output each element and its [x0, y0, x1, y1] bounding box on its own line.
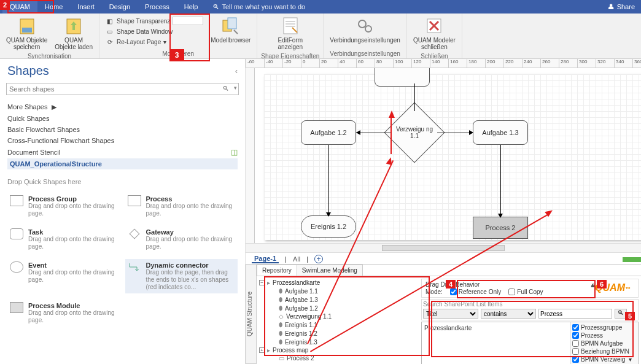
search-field-select[interactable]: Titel	[423, 309, 478, 319]
shape-dynamic-connector[interactable]: Dynamic connectorDrag onto the page, the…	[125, 259, 238, 293]
editform-button[interactable]: EditForm anzeigen	[274, 15, 307, 52]
reference-only-checkbox[interactable]: Reference Only	[450, 288, 501, 295]
data-window-icon: ▭	[106, 27, 114, 36]
quam-logo: ❝QUAM™	[589, 282, 631, 293]
data-window-label: Shape Data Window	[117, 28, 173, 35]
process-module-icon	[10, 302, 23, 313]
more-shapes-row[interactable]: More Shapes ▶	[7, 101, 238, 113]
folder-icon: ▸	[267, 347, 270, 354]
ribbon-tab-process[interactable]: Process	[138, 0, 177, 14]
node-task-1-3[interactable]: Aufgabe 1.3	[473, 120, 528, 145]
ribbon-tab-insert[interactable]: Insert	[70, 0, 102, 14]
expander-icon[interactable]: +	[259, 347, 265, 353]
quam-objects-save-button[interactable]: QUAM Objekte speichern	[4, 15, 50, 52]
node-process-2[interactable]: Process 2	[473, 217, 528, 239]
node-gateway[interactable]: Verzweigu ng 1.1	[393, 111, 436, 154]
shape-process-group[interactable]: Process GroupDrag and drop onto the draw…	[7, 193, 120, 220]
model-group-label: Modellieren	[162, 49, 194, 58]
arrow-icon	[469, 130, 473, 135]
modellbrowser-icon	[221, 16, 241, 36]
verbindung-button[interactable]: Verbindungseinstellungen	[327, 15, 403, 45]
repository-tree[interactable]: −▸Prozesslandkarte ⬮Aufgabe 1.1 ⬮Aufgabe…	[259, 279, 419, 364]
drawing-page[interactable]: Verzweigu ng 1.1 Aufgabe 1.2 Aufgabe 1.3…	[264, 74, 641, 240]
load-label: QUAM Objekte laden	[55, 37, 93, 50]
svg-rect-4	[228, 18, 236, 29]
load-icon	[64, 16, 84, 36]
shape-task[interactable]: TaskDrag and drop onto the drawing page.	[7, 226, 120, 253]
gateway-icon	[128, 228, 141, 239]
subtab-swimlane[interactable]: SwimLane Modeling	[297, 265, 363, 276]
shape-process-module[interactable]: Process ModuleDrag and drop onto the dra…	[7, 300, 120, 327]
collapse-icon[interactable]: ‹	[235, 67, 238, 76]
transparenz-input[interactable]	[173, 17, 203, 25]
search-op-select[interactable]: contains	[481, 309, 536, 319]
filter-cb[interactable]	[572, 340, 579, 347]
node-task-1-2[interactable]: Aufgabe 1.2	[301, 120, 356, 145]
shape-transparenz-button[interactable]: ◧ Shape Transparenz	[104, 16, 204, 26]
close-modeler-button[interactable]: QUAM Modeler schließen	[411, 15, 458, 52]
item-icon: ⬮	[279, 330, 282, 337]
add-page-button[interactable]: +	[314, 255, 323, 263]
node-event-1-2[interactable]: Ereignis 1.2	[301, 215, 356, 238]
connector	[500, 145, 501, 217]
editform-label: EditForm anzeigen	[278, 37, 303, 50]
shape-data-window-button[interactable]: ▭ Shape Data Window	[104, 26, 204, 36]
close-icon	[424, 16, 444, 36]
canvas[interactable]: Verzweigu ng 1.1 Aufgabe 1.2 Aufgabe 1.3…	[246, 68, 641, 243]
quam-opstructure-row[interactable]: QUAM_OperationalStructure	[7, 158, 238, 169]
document-stencil-row[interactable]: Document Stencil ◫	[7, 146, 238, 158]
search-icon[interactable]: 🔍︎	[222, 85, 229, 92]
tell-me-search[interactable]: 🔍︎ Tell me what you want to do	[205, 0, 313, 14]
relayout-page-button[interactable]: ⟳ Re-Layout Page ▾	[104, 37, 204, 47]
arrow-icon	[498, 214, 503, 218]
process-group-icon	[10, 195, 23, 206]
filter-cb[interactable]	[572, 324, 579, 331]
expander-icon[interactable]: −	[259, 280, 265, 285]
shape-process[interactable]: ProcessDrag and drop onto the drawing pa…	[125, 193, 238, 220]
search-go-icon[interactable]: 🔍︎	[615, 309, 627, 319]
page-tab-1[interactable]: Page-1	[252, 255, 279, 263]
item-icon: ⬮	[279, 287, 282, 295]
search-results[interactable]: Prozesslandkarte	[422, 322, 570, 364]
filter-list[interactable]: Prozessgruppe Prozess BPMN Aufgabe Bezie…	[570, 322, 638, 364]
scrollbar-horizontal[interactable]	[246, 243, 641, 252]
arrow-icon	[356, 130, 360, 135]
modellbrowser-label: Modellbrowser	[211, 37, 251, 44]
folder-icon: ▸	[267, 279, 270, 286]
relayout-label: Re-Layout Page	[117, 39, 161, 45]
ribbon-tab-quam[interactable]: QUAM	[2, 0, 37, 14]
quick-shapes-row[interactable]: Quick Shapes	[7, 113, 238, 124]
svg-point-9	[359, 20, 366, 28]
dragdrop-mode-label: Mode:	[425, 288, 443, 295]
node-top-stub[interactable]	[375, 68, 430, 87]
ruler-vertical	[246, 68, 255, 243]
page-tab-all[interactable]: All	[293, 255, 300, 263]
modellbrowser-button[interactable]: Modellbrowser	[208, 15, 253, 45]
save-label: QUAM Objekte speichern	[6, 37, 47, 50]
ribbon-tab-home[interactable]: Home	[37, 0, 70, 14]
share-button[interactable]: 👤︎ Share	[608, 0, 635, 14]
dropdown-icon: ▾	[163, 39, 166, 45]
full-copy-checkbox[interactable]: Full Copy	[508, 288, 543, 295]
gear-icon	[355, 16, 375, 36]
filter-cb[interactable]	[572, 356, 579, 363]
search-value-input[interactable]	[538, 309, 612, 319]
ribbon-tab-design[interactable]: Design	[102, 0, 138, 14]
quam-structure-tab[interactable]: QUAM Structure	[246, 264, 257, 364]
shapes-search-input[interactable]	[6, 83, 239, 95]
search-dropdown-icon[interactable]: ▾	[234, 85, 237, 91]
shape-gateway[interactable]: GatewayDrag and drop onto the drawing pa…	[125, 226, 238, 253]
cross-functional-row[interactable]: Cross-Functional Flowchart Shapes	[7, 135, 238, 146]
quam-objects-load-button[interactable]: QUAM Objekte laden	[52, 15, 95, 52]
item-icon: ⬮	[279, 321, 282, 328]
subtab-repository[interactable]: Repository	[257, 265, 297, 276]
shape-event[interactable]: EventDrag and drop onto the drawing page…	[7, 259, 120, 293]
basic-flowchart-row[interactable]: Basic Flowchart Shapes	[7, 124, 238, 135]
status-strip	[623, 257, 641, 262]
search-icon: 🔍︎	[212, 0, 219, 14]
filter-cb[interactable]	[572, 348, 579, 355]
svg-rect-1	[22, 28, 32, 33]
filter-cb[interactable]	[572, 332, 579, 339]
connector	[356, 133, 392, 133]
ribbon-tab-help[interactable]: Help	[177, 0, 206, 14]
